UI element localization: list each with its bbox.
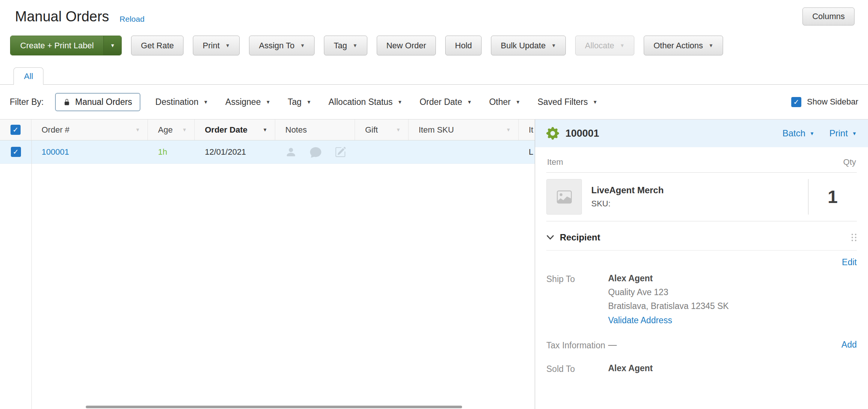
batch-dropdown[interactable]: Batch ▼ [783, 128, 814, 139]
row-gift-cell [355, 140, 409, 163]
add-tax-information-link[interactable]: Add [841, 340, 857, 350]
row-item-sku-cell [409, 140, 519, 163]
gear-icon[interactable] [546, 127, 559, 140]
filter-allocation-status-label: Allocation Status [328, 97, 392, 107]
select-all-checkbox[interactable]: ✓ [10, 125, 21, 135]
chevron-down-icon[interactable] [546, 235, 554, 240]
filter-destination[interactable]: Destination ▼ [155, 97, 208, 107]
order-row[interactable]: ✓ 100001 1h 12/01/2021 [0, 140, 535, 164]
sort-caret-icon[interactable]: ▼ [392, 127, 401, 133]
column-header-gift-label: Gift [365, 125, 378, 135]
get-rate-button[interactable]: Get Rate [131, 36, 183, 55]
row-order-date-cell: 12/01/2021 [195, 140, 275, 163]
tax-information-value: — [608, 340, 841, 350]
tab-all[interactable]: All [13, 67, 43, 85]
caret-down-icon: ▼ [852, 131, 857, 136]
sidebar-print-label: Print [829, 128, 848, 139]
order-number-link[interactable]: 100001 [42, 147, 69, 157]
chat-note-icon[interactable] [310, 146, 321, 158]
filter-assignee[interactable]: Assignee ▼ [225, 97, 271, 107]
filter-saved-filters[interactable]: Saved Filters ▼ [538, 97, 598, 107]
column-header-item-sku-label: Item SKU [419, 125, 454, 135]
reload-link[interactable]: Reload [119, 15, 145, 24]
new-order-button[interactable]: New Order [377, 36, 436, 55]
sort-caret-icon[interactable]: ▼ [131, 127, 140, 133]
show-sidebar-checkbox[interactable]: ✓ [791, 97, 801, 107]
items-table-header: Item Qty [546, 147, 857, 172]
validate-address-link[interactable]: Validate Address [608, 315, 672, 325]
item-qty-block: 1 [808, 179, 857, 215]
show-sidebar-toggle[interactable]: ✓ Show Sidebar [791, 97, 858, 107]
column-header-order-number-label: Order # [42, 125, 70, 135]
filter-destination-label: Destination [155, 97, 198, 107]
assign-to-button[interactable]: Assign To ▼ [249, 36, 315, 55]
caret-down-icon: ▼ [593, 99, 598, 105]
create-print-label-dropdown[interactable]: ▼ [103, 36, 121, 55]
edit-note-icon[interactable] [335, 146, 346, 158]
sort-caret-icon[interactable]: ▼ [259, 127, 267, 133]
caret-down-icon: ▼ [110, 43, 115, 48]
column-header-item-sku[interactable]: Item SKU ▼ [409, 119, 519, 140]
filter-allocation-status[interactable]: Allocation Status ▼ [328, 97, 402, 107]
create-print-label-label[interactable]: Create + Print Label [10, 36, 103, 55]
ship-to-row: Ship To Alex Agent Quality Ave 123 Brati… [546, 273, 857, 325]
row-select-cell: ✓ [0, 140, 31, 163]
age-value: 1h [158, 147, 167, 157]
hold-label: Hold [455, 41, 472, 51]
top-bar: Manual Orders Reload Columns [0, 0, 868, 33]
column-header-notes[interactable]: Notes [275, 119, 355, 140]
horizontal-scrollbar[interactable] [86, 406, 462, 408]
column-header-gift[interactable]: Gift ▼ [355, 119, 409, 140]
frozen-column-divider [31, 140, 32, 409]
filter-other[interactable]: Other ▼ [489, 97, 520, 107]
bulk-update-button[interactable]: Bulk Update ▼ [491, 36, 566, 55]
lock-icon [63, 99, 70, 106]
filter-order-date-label: Order Date [419, 97, 462, 107]
print-button[interactable]: Print ▼ [193, 36, 240, 55]
item-column-label: Item [547, 157, 563, 167]
columns-button-label: Columns [812, 12, 845, 21]
tab-bar: All [0, 67, 868, 85]
buyer-note-icon[interactable] [285, 146, 297, 158]
order-detail-sidebar: 100001 Batch ▼ Print ▼ Item Qty [535, 119, 868, 409]
image-placeholder-icon [557, 190, 572, 204]
other-actions-button[interactable]: Other Actions ▼ [644, 36, 723, 55]
column-header-order-date[interactable]: Order Date ▼ [195, 119, 275, 140]
columns-button[interactable]: Columns [802, 7, 855, 25]
column-header-age[interactable]: Age ▼ [148, 119, 195, 140]
filter-manual-orders-chip[interactable]: Manual Orders [55, 93, 140, 111]
tag-button[interactable]: Tag ▼ [324, 36, 367, 55]
drag-handle-icon[interactable] [852, 234, 857, 241]
sort-caret-icon[interactable]: ▼ [502, 127, 511, 133]
column-header-item-name[interactable]: It [519, 119, 535, 140]
row-checkbox[interactable]: ✓ [11, 147, 21, 157]
allocate-label: Allocate [585, 41, 614, 51]
sidebar-body: Item Qty LiveAgent Merch [535, 147, 868, 409]
column-header-order-number[interactable]: Order # ▼ [31, 119, 148, 140]
row-item-name-cell: L [519, 140, 535, 163]
hold-button[interactable]: Hold [445, 36, 482, 55]
ship-to-name: Alex Agent [608, 273, 857, 284]
ship-to-address-line2: Bratislava, Bratislava 12345 SK [608, 301, 857, 311]
row-notes-cell [275, 140, 355, 163]
qty-column-label: Qty [843, 157, 856, 167]
recipient-section-header[interactable]: Recipient [546, 221, 857, 250]
caret-down-icon: ▼ [708, 43, 713, 48]
edit-recipient-link[interactable]: Edit [842, 257, 857, 267]
create-print-label-button[interactable]: Create + Print Label ▼ [10, 36, 122, 55]
filter-order-date[interactable]: Order Date ▼ [419, 97, 472, 107]
filter-by-label: Filter By: [10, 97, 44, 107]
filter-assignee-label: Assignee [225, 97, 261, 107]
column-header-notes-label: Notes [285, 125, 307, 135]
order-date-value: 12/01/2021 [205, 147, 246, 157]
toolbar: Create + Print Label ▼ Get Rate Print ▼ … [0, 33, 868, 55]
sidebar-order-number: 100001 [565, 128, 599, 139]
item-info: LiveAgent Merch SKU: [591, 185, 664, 209]
filter-dropdowns: Destination ▼ Assignee ▼ Tag ▼ Allocatio… [155, 97, 598, 107]
tax-information-row: Tax Information — Add [546, 340, 857, 351]
filter-tag[interactable]: Tag ▼ [288, 97, 311, 107]
sidebar-print-dropdown[interactable]: Print ▼ [829, 128, 857, 139]
item-thumbnail [546, 179, 582, 215]
column-header-item-name-label: It [529, 125, 533, 135]
sort-caret-icon[interactable]: ▼ [178, 127, 187, 133]
